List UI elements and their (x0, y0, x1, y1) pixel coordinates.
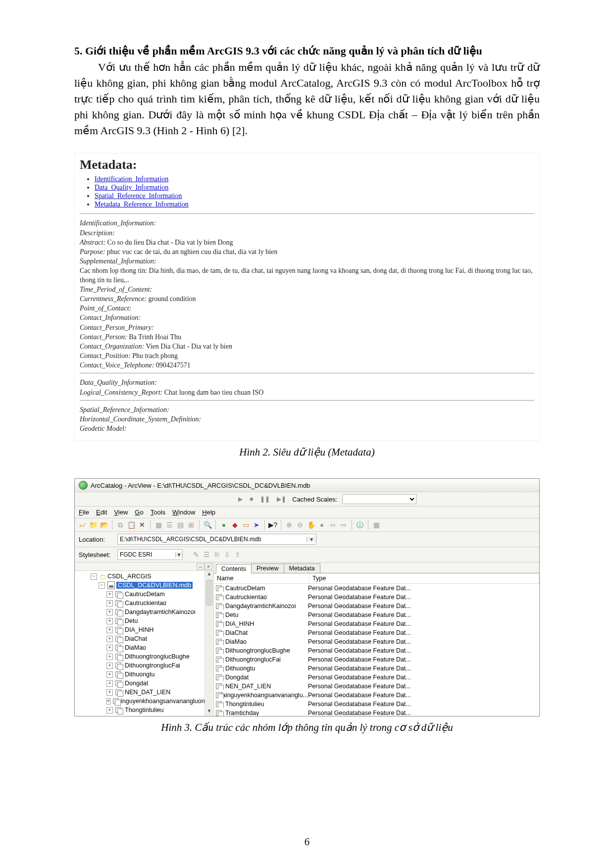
tab-metadata[interactable]: Metadata (284, 563, 320, 573)
tree-expand-icon[interactable]: + (106, 698, 110, 705)
import-metadata-icon[interactable]: ⇩ (223, 550, 232, 559)
python-icon[interactable]: ➤ (252, 520, 261, 529)
tree-expand-icon[interactable]: + (106, 627, 113, 633)
tree-item[interactable]: +DIA_HINH (77, 625, 205, 634)
list-icon[interactable]: ☰ (165, 520, 174, 529)
tree-item[interactable]: +DangdaytramtichKainozoi (77, 608, 205, 616)
pan-icon[interactable]: ✋ (307, 520, 315, 529)
metadata-properties-icon[interactable]: ☰ (202, 550, 211, 559)
forward-icon[interactable]: ⇨ (339, 520, 348, 529)
location-dropdown-arrow-icon[interactable]: ▼ (307, 537, 316, 542)
tree-item[interactable]: +Cautruckientao (77, 599, 205, 608)
tree-mdb-label[interactable]: CSDL_DC&DVLBIEN.mdb (116, 582, 193, 589)
tree-item[interactable]: +Detu (77, 616, 205, 625)
up-folder-icon[interactable]: ⮐ (78, 520, 87, 529)
tree-expand-icon[interactable]: + (106, 707, 113, 714)
list-item[interactable]: DetuPersonal Geodatabase Feature Dat... (214, 611, 539, 619)
tree-item[interactable]: +NEN_DAT_LIEN (77, 688, 205, 697)
tree-item[interactable]: +DiaMao (77, 643, 205, 652)
tree-item[interactable]: +Dongdat (77, 679, 205, 688)
tree-collapse-icon[interactable]: − (99, 582, 105, 589)
edit-metadata-icon[interactable]: ✎ (192, 550, 201, 559)
tree-collapse-icon[interactable]: − (91, 573, 97, 580)
tree-item[interactable]: +DithuongtronglucBughe (77, 652, 205, 661)
menu-edit[interactable]: Edit (96, 509, 107, 516)
list-item[interactable]: DiaMaoPersonal Geodatabase Feature Dat..… (214, 637, 539, 646)
tree-close-icon[interactable]: × (205, 563, 212, 570)
column-name[interactable]: Name (214, 573, 309, 583)
tree-pin-icon[interactable]: – (197, 563, 205, 570)
list-item[interactable]: DithuongtronglucBughePersonal Geodatabas… (214, 646, 539, 655)
stylesheet-dropdown-arrow-icon[interactable]: ▼ (175, 552, 182, 558)
paste-icon[interactable]: 📋 (127, 520, 136, 529)
menu-help[interactable]: Help (202, 509, 215, 516)
create-thumbnail-icon[interactable]: ▦ (372, 520, 381, 529)
list-item[interactable]: DithuongtronglucFaiPersonal Geodatabase … (214, 655, 539, 664)
scroll-down-icon[interactable]: ▼ (205, 708, 213, 716)
tree-expand-icon[interactable]: + (106, 645, 113, 651)
link-spatial-reference-information[interactable]: Spatial_Reference_Information (95, 192, 182, 200)
scroll-up-icon[interactable]: ▲ (205, 571, 213, 579)
delete-icon[interactable]: ✕ (138, 520, 147, 529)
tree-expand-icon[interactable]: + (106, 654, 113, 660)
disconnect-folder-icon[interactable]: 📂 (100, 520, 108, 529)
arcmap-icon[interactable]: ● (219, 520, 228, 529)
list-item[interactable]: DIA_HINHPersonal Geodatabase Feature Dat… (214, 619, 539, 628)
tree-expand-icon[interactable]: + (106, 671, 113, 678)
pause-icon[interactable]: ❚❚ (259, 496, 271, 503)
launch-arcmap-icon[interactable]: 🔍 (203, 520, 212, 529)
tree-item[interactable]: +Dithuongtu (77, 670, 205, 679)
full-extent-icon[interactable]: ● (317, 520, 326, 529)
tree-root-label[interactable]: CSDL_ARCGIS (107, 573, 151, 580)
list-item[interactable]: DangdaytramtichKainozoiPersonal Geodatab… (214, 602, 539, 611)
tree-expand-icon[interactable]: + (106, 636, 113, 642)
tree-expand-icon[interactable]: + (106, 680, 113, 687)
tree-item[interactable]: +DiaChat (77, 634, 205, 643)
location-input[interactable] (118, 535, 307, 544)
cached-scales-dropdown[interactable] (342, 494, 416, 504)
zoom-in-icon[interactable]: ⊕ (285, 520, 294, 529)
menu-view[interactable]: View (114, 509, 128, 516)
tree-item[interactable]: +Thongtintulieu (77, 706, 205, 715)
list-item[interactable]: ThongtintulieuPersonal Geodatabase Featu… (214, 700, 539, 709)
scroll-thumb[interactable] (206, 580, 212, 606)
list-item[interactable]: DithuongtuPersonal Geodatabase Feature D… (214, 664, 539, 673)
tree-expand-icon[interactable]: + (106, 609, 113, 615)
list-item[interactable]: NEN_DAT_LIENPersonal Geodatabase Feature… (214, 682, 539, 691)
tree-expand-icon[interactable]: + (106, 618, 113, 624)
list-item[interactable]: DongdatPersonal Geodatabase Feature Dat.… (214, 673, 539, 682)
tab-contents[interactable]: Contents (216, 564, 252, 573)
link-data-quality-information[interactable]: Data_Quality_Information (95, 184, 168, 191)
tab-preview[interactable]: Preview (251, 563, 284, 573)
tree-item[interactable]: +DithuongtronglucFai (77, 661, 205, 670)
menu-file[interactable]: File (79, 509, 89, 516)
link-identification-information[interactable]: Identification_Information (95, 175, 168, 183)
contents-list[interactable]: CautrucDetamPersonal Geodatabase Feature… (214, 584, 539, 716)
stylesheet-input[interactable] (118, 550, 175, 559)
list-item[interactable]: Tainguyenkhoangsanvananglu...Personal Ge… (214, 691, 539, 700)
list-item[interactable]: DiaChatPersonal Geodatabase Feature Dat.… (214, 628, 539, 637)
list-item[interactable]: CautrucDetamPersonal Geodatabase Feature… (214, 584, 539, 593)
connect-folder-icon[interactable]: 📁 (89, 520, 98, 529)
link-metadata-reference-information[interactable]: Metadata_Reference_Information (95, 201, 189, 208)
copy-icon[interactable]: ⧉ (116, 520, 125, 529)
menu-window[interactable]: Window (172, 509, 195, 516)
catalog-tree[interactable]: − 🗀 CSDL_ARCGIS − CSDL_DC&DVLBIEN.mdb +C… (75, 571, 205, 716)
tree-item[interactable]: +CautrucDetam (77, 590, 205, 599)
list-item[interactable]: CautruckientaoPersonal Geodatabase Featu… (214, 593, 539, 602)
export-metadata-icon[interactable]: ⇧ (233, 550, 242, 559)
tree-expand-icon[interactable]: + (106, 663, 113, 669)
tree-item[interactable]: +Tainguyenkhoangsanvanangluong (77, 697, 205, 706)
tree-expand-icon[interactable]: + (106, 689, 113, 696)
identify-icon[interactable]: ⓘ (356, 520, 364, 529)
column-type[interactable]: Type (309, 573, 539, 583)
whats-this-icon[interactable]: ▶? (268, 520, 277, 529)
large-icons-icon[interactable]: ▦ (154, 520, 163, 529)
details-icon[interactable]: ▤ (176, 520, 185, 529)
create-metadata-icon[interactable]: ⎘ (212, 550, 221, 559)
menu-tools[interactable]: Tools (151, 509, 165, 516)
menu-go[interactable]: Go (135, 509, 143, 516)
zoom-out-icon[interactable]: ⊖ (296, 520, 305, 529)
stop-icon[interactable]: ■ (249, 496, 254, 503)
tree-expand-icon[interactable]: + (106, 591, 113, 598)
